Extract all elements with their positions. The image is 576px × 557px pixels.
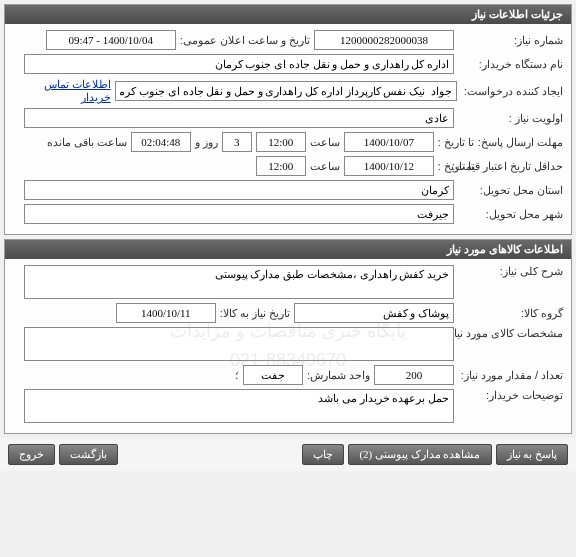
- goods-info-panel: اطلاعات کالاهای مورد نیاز پایگاه خبری من…: [4, 239, 572, 434]
- priority-label: اولویت نیاز :: [458, 112, 563, 125]
- buyer-notes-label: توضیحات خریدار:: [458, 389, 563, 402]
- need-date-label: تاریخ نیاز به کالا:: [220, 307, 290, 320]
- panel1-title: جزئیات اطلاعات نیاز: [5, 5, 571, 24]
- attachments-button[interactable]: مشاهده مدارک پیوستی (2): [348, 444, 491, 465]
- spec-field[interactable]: [24, 327, 454, 361]
- province-field[interactable]: [24, 180, 454, 200]
- time-label-2: ساعت: [310, 160, 340, 173]
- spec-label: مشخصات کالای مورد نیاز:: [458, 327, 563, 340]
- min-validity-date-field[interactable]: [344, 156, 434, 176]
- unit-label: واحد شمارش:: [307, 369, 370, 382]
- deadline-label: مهلت ارسال پاسخ:: [478, 136, 563, 149]
- requester-field[interactable]: [115, 81, 457, 101]
- deadline-date-field[interactable]: [344, 132, 434, 152]
- exit-button[interactable]: خروج: [8, 444, 55, 465]
- city-label: شهر محل تحویل:: [458, 208, 563, 221]
- days-field: [222, 132, 252, 152]
- announce-field[interactable]: [46, 30, 176, 50]
- time-label-1: ساعت: [310, 136, 340, 149]
- buyer-org-field[interactable]: [24, 54, 454, 74]
- min-validity-label: حداقل تاریخ اعتبار قیمت:: [478, 160, 563, 173]
- days-and-label: روز و: [195, 136, 218, 149]
- to-date-label: تا تاریخ :: [438, 136, 474, 149]
- province-label: استان محل تحویل:: [458, 184, 563, 197]
- semicolon: ؛: [235, 369, 239, 382]
- panel2-title: اطلاعات کالاهای مورد نیاز: [5, 240, 571, 259]
- requester-label: ایجاد کننده درخواست:: [461, 85, 563, 98]
- deadline-time-field[interactable]: [256, 132, 306, 152]
- buyer-notes-field[interactable]: [24, 389, 454, 423]
- countdown-field: [131, 132, 191, 152]
- unit-field[interactable]: [243, 365, 303, 385]
- buyer-org-label: نام دستگاه خریدار:: [458, 58, 563, 71]
- announce-label: تاریخ و ساعت اعلان عمومی:: [180, 34, 310, 47]
- qty-field[interactable]: [374, 365, 454, 385]
- qty-label: تعداد / مقدار مورد نیاز:: [458, 369, 563, 382]
- remaining-label: ساعت باقی مانده: [47, 136, 127, 149]
- back-button[interactable]: بازگشت: [59, 444, 118, 465]
- need-details-panel: جزئیات اطلاعات نیاز شماره نیاز: تاریخ و …: [4, 4, 572, 235]
- need-number-field[interactable]: [314, 30, 454, 50]
- group-field[interactable]: [294, 303, 454, 323]
- reply-button[interactable]: پاسخ به نیاز: [496, 444, 569, 465]
- button-bar: پاسخ به نیاز مشاهده مدارک پیوستی (2) چاپ…: [0, 438, 576, 471]
- group-label: گروه کالا:: [458, 307, 563, 320]
- desc-label: شرح کلی نیاز:: [458, 265, 563, 278]
- need-date-field[interactable]: [116, 303, 216, 323]
- priority-field[interactable]: [24, 108, 454, 128]
- desc-field[interactable]: [24, 265, 454, 299]
- min-validity-time-field[interactable]: [256, 156, 306, 176]
- contact-buyer-link[interactable]: اطلاعات تماس خریدار: [13, 78, 111, 104]
- print-button[interactable]: چاپ: [302, 444, 344, 465]
- need-number-label: شماره نیاز:: [458, 34, 563, 47]
- city-field[interactable]: [24, 204, 454, 224]
- to-date-label-2: تا تاریخ :: [438, 160, 474, 173]
